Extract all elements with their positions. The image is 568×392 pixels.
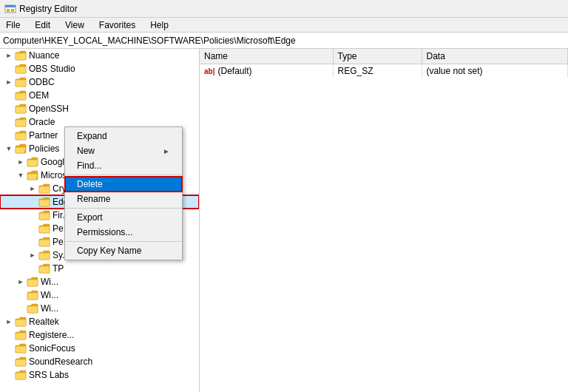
ctx-label-new: New — [77, 146, 95, 156]
tree-arrow-google: ► — [15, 158, 27, 166]
ctx-separator — [65, 208, 182, 209]
tree-item-wi1[interactable]: ► Wi... — [0, 275, 199, 288]
tree-label-wi2: Wi... — [41, 290, 58, 300]
ctx-label-rename: Rename — [77, 194, 110, 204]
svg-rect-20 — [27, 293, 38, 300]
context-menu: ExpandNew►Find...DeleteRenameExportPermi… — [64, 126, 183, 260]
tree-item-srslabs[interactable]: SRS Labs — [0, 368, 199, 382]
address-bar: Computer\HKEY_LOCAL_MACHINE\SOFTWARE\Pol… — [0, 33, 568, 49]
svg-rect-17 — [39, 253, 50, 260]
ctx-item-expand[interactable]: Expand — [65, 129, 182, 143]
tree-label-nuance: Nuance — [29, 50, 59, 61]
ctx-separator — [65, 175, 182, 175]
tree-label-srslabs: SRS Labs — [29, 370, 69, 380]
tree-item-oem[interactable]: OEM — [0, 89, 199, 102]
ctx-item-delete[interactable]: Delete — [65, 177, 182, 192]
tree-item-nuance[interactable]: ► Nuance — [0, 49, 199, 62]
folder-icon-google — [27, 157, 38, 167]
svg-rect-8 — [16, 107, 26, 113]
ctx-item-permissions[interactable]: Permissions... — [65, 225, 182, 240]
ctx-item-new[interactable]: New► — [65, 143, 182, 158]
svg-rect-23 — [16, 333, 26, 339]
svg-rect-25 — [16, 359, 26, 366]
tree-arrow-microsoft: ▼ — [15, 172, 27, 179]
folder-icon-fir — [38, 210, 50, 220]
ctx-label-permissions: Permissions... — [77, 227, 132, 237]
folder-icon-wi3 — [27, 303, 38, 314]
folder-icon-oracle — [15, 117, 27, 127]
svg-rect-26 — [16, 373, 26, 379]
svg-rect-10 — [16, 133, 26, 140]
folder-icon-wi1 — [27, 277, 38, 287]
tree-item-soundresearch[interactable]: SoundResearch — [0, 355, 199, 368]
tree-label-partner: Partner — [29, 130, 58, 141]
menu-edit[interactable]: Edit — [32, 18, 53, 32]
menu-file[interactable]: File — [3, 18, 23, 32]
tree-item-wi3[interactable]: Wi... — [0, 302, 199, 315]
svg-rect-14 — [39, 213, 50, 220]
cell-data-0: (value not set) — [422, 64, 568, 78]
svg-rect-15 — [39, 226, 50, 233]
tree-label-soundresearch: SoundResearch — [29, 356, 92, 367]
tree-label-obs: OBS Studio — [29, 64, 75, 74]
tree-label-openssh: OpenSSH — [29, 104, 69, 114]
svg-rect-21 — [27, 306, 38, 313]
col-name: Name — [200, 49, 333, 64]
tree-item-sonicfocus[interactable]: SonicFocus — [0, 342, 199, 355]
folder-icon-oem — [15, 90, 27, 101]
tree-item-wi2[interactable]: Wi... — [0, 288, 199, 302]
folder-icon-policies — [15, 143, 27, 154]
tree-arrow-policies: ▼ — [3, 145, 15, 152]
menu-bar: File Edit View Favorites Help — [0, 18, 568, 33]
tree-label-tp: TP — [53, 263, 64, 274]
svg-rect-5 — [16, 67, 26, 73]
tree-item-openssh[interactable]: OpenSSH — [0, 102, 199, 115]
svg-rect-24 — [16, 346, 26, 353]
tree-label-realtek: Realtek — [29, 317, 59, 327]
tree-label-oracle: Oracle — [29, 117, 55, 127]
folder-icon-wi2 — [27, 290, 38, 300]
data-row-0[interactable]: ab|(Default)REG_SZ(value not set) — [200, 64, 568, 78]
ctx-label-delete: Delete — [77, 179, 103, 189]
folder-icon-obs — [15, 64, 27, 74]
col-type: Type — [333, 49, 422, 64]
tree-item-registere[interactable]: Registere... — [0, 328, 199, 342]
app-icon — [4, 3, 16, 15]
ctx-item-copykeyname[interactable]: Copy Key Name — [65, 243, 182, 258]
tree-arrow-realtek: ► — [3, 318, 15, 325]
menu-help[interactable]: Help — [147, 18, 172, 32]
tree-arrow-wi1: ► — [15, 278, 27, 285]
tree-arrow-cryptography: ► — [27, 185, 38, 192]
folder-icon-soundresearch — [15, 356, 27, 367]
ab-icon: ab| — [204, 67, 214, 75]
svg-rect-4 — [16, 53, 26, 60]
tree-item-realtek[interactable]: ► Realtek — [0, 315, 199, 328]
menu-view[interactable]: View — [62, 18, 87, 32]
tree-label-wi3: Wi... — [41, 303, 58, 314]
ctx-label-expand: Expand — [77, 131, 107, 141]
title-text: Registry Editor — [19, 4, 78, 14]
title-bar: Registry Editor — [0, 0, 568, 18]
svg-rect-22 — [16, 320, 26, 326]
svg-rect-6 — [16, 80, 26, 87]
col-data: Data — [422, 49, 568, 64]
tree-item-tp[interactable]: TP — [0, 262, 199, 275]
cell-type-0: REG_SZ — [333, 64, 422, 78]
ctx-item-find[interactable]: Find... — [65, 158, 182, 173]
ctx-label-copykeyname: Copy Key Name — [77, 246, 141, 256]
svg-rect-11 — [27, 160, 38, 166]
folder-icon-openssh — [15, 104, 27, 114]
data-panel: Name Type Data ab|(Default)REG_SZ(value … — [200, 49, 568, 392]
svg-rect-9 — [16, 120, 26, 126]
ctx-item-rename[interactable]: Rename — [65, 192, 182, 206]
tree-item-odbc[interactable]: ► ODBC — [0, 75, 199, 89]
main-content: ► Nuance OBS Studio► ODBC OEM OpenSSH Or… — [0, 49, 568, 392]
cell-name-0: ab|(Default) — [200, 64, 333, 78]
ctx-item-export[interactable]: Export — [65, 210, 182, 225]
menu-favorites[interactable]: Favorites — [96, 18, 138, 32]
tree-arrow-nuance: ► — [3, 52, 15, 59]
address-path: Computer\HKEY_LOCAL_MACHINE\SOFTWARE\Pol… — [3, 36, 296, 46]
tree-item-obs[interactable]: OBS Studio — [0, 62, 199, 75]
svg-rect-16 — [39, 240, 50, 246]
folder-icon-registere — [15, 330, 27, 340]
